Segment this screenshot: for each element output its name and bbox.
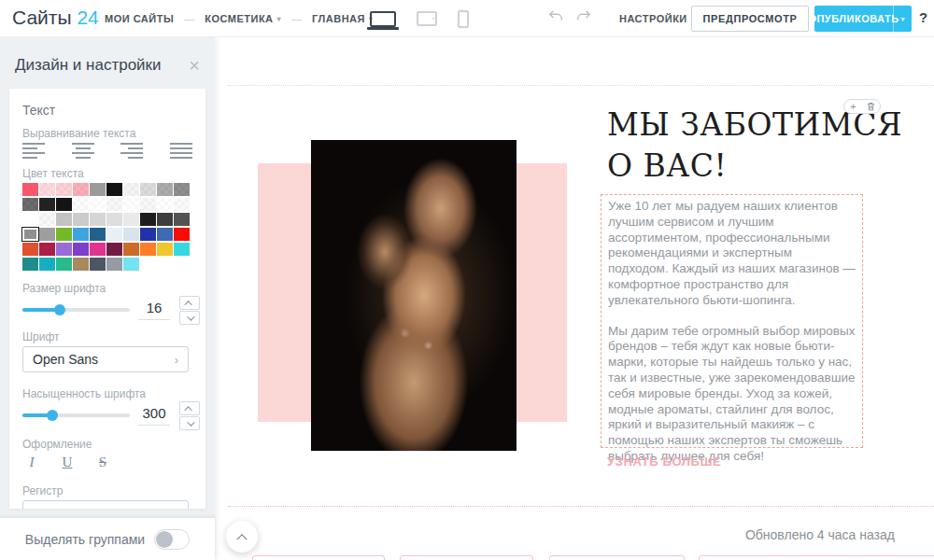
color-swatch[interactable] — [22, 243, 38, 256]
color-swatch[interactable] — [174, 183, 190, 196]
color-swatch[interactable] — [56, 183, 72, 196]
color-swatch[interactable] — [157, 213, 173, 226]
nav-item-my-sites[interactable]: МОИ САЙТЫ — [105, 13, 174, 24]
color-swatch[interactable] — [39, 243, 55, 256]
color-swatch[interactable] — [39, 198, 55, 211]
color-swatch[interactable] — [90, 198, 106, 211]
publish-button[interactable]: ОПУБЛИКОВАТЬ ▾ — [814, 6, 912, 32]
settings-menu[interactable]: НАСТРОЙКИ▾ — [619, 0, 696, 37]
font-size-slider[interactable] — [22, 308, 130, 312]
color-swatch[interactable] — [106, 243, 122, 256]
color-swatch[interactable] — [123, 228, 139, 241]
trash-icon[interactable] — [862, 102, 880, 111]
font-weight-value[interactable]: 300 — [138, 405, 170, 426]
stepper-up-button[interactable] — [179, 296, 200, 310]
color-swatch[interactable] — [73, 183, 89, 196]
color-swatch[interactable] — [140, 228, 156, 241]
color-swatch[interactable] — [56, 213, 72, 226]
color-swatch[interactable] — [39, 228, 55, 241]
underline-icon[interactable]: U — [60, 455, 75, 470]
color-swatch[interactable] — [174, 213, 190, 226]
font-weight-slider[interactable] — [22, 413, 130, 417]
learn-more-link[interactable]: УЗНАТЬ БОЛЬШЕ — [607, 455, 721, 469]
color-swatch[interactable] — [90, 228, 106, 241]
color-swatch[interactable] — [123, 183, 139, 196]
nav-item-page[interactable]: ГЛАВНАЯ▾ — [312, 13, 373, 24]
stepper-down-button[interactable] — [179, 416, 200, 430]
color-swatch[interactable] — [56, 258, 72, 271]
next-section-card[interactable] — [699, 555, 934, 560]
color-swatch[interactable] — [106, 198, 122, 211]
color-swatch[interactable] — [157, 228, 173, 241]
color-swatch[interactable] — [90, 183, 106, 196]
font-weight-slider-thumb[interactable] — [47, 410, 58, 421]
color-swatch[interactable] — [123, 198, 139, 211]
color-swatch[interactable] — [174, 243, 190, 256]
device-tablet-icon[interactable] — [417, 11, 437, 26]
nav-item-site[interactable]: КОСМЕТИКА▾ — [205, 13, 281, 24]
color-swatch[interactable] — [22, 183, 38, 196]
hero-photo[interactable] — [311, 140, 517, 451]
next-section-card[interactable] — [549, 555, 685, 560]
color-swatch[interactable] — [56, 228, 72, 241]
color-swatch[interactable] — [123, 258, 139, 271]
color-swatch[interactable] — [140, 213, 156, 226]
hero-heading[interactable]: МЫ ЗАБОТИМСЯ О ВАС! — [607, 105, 934, 187]
hero-text-block[interactable]: Уже 10 лет мы радуем наших клиентов лучш… — [601, 194, 863, 448]
color-swatch[interactable] — [140, 183, 156, 196]
color-swatch[interactable] — [106, 213, 122, 226]
font-size-slider-thumb[interactable] — [54, 304, 65, 315]
align-center-icon[interactable] — [72, 143, 94, 159]
color-swatch[interactable] — [73, 258, 89, 271]
preview-button[interactable]: ПРЕДПРОСМОТР — [691, 6, 809, 32]
color-swatch[interactable] — [140, 243, 156, 256]
italic-icon[interactable]: I — [24, 455, 39, 470]
publish-dropdown-button[interactable]: ▾ — [893, 6, 912, 32]
color-swatch[interactable] — [73, 213, 89, 226]
color-swatch[interactable] — [174, 228, 190, 241]
undo-icon[interactable] — [547, 9, 564, 24]
color-swatch[interactable] — [106, 258, 122, 271]
group-toggle[interactable] — [154, 529, 190, 550]
align-right-icon[interactable] — [120, 143, 143, 159]
color-swatch[interactable] — [106, 228, 122, 241]
font-select[interactable]: Open Sans › — [22, 346, 189, 372]
add-block-icon[interactable]: + — [844, 100, 862, 113]
strikethrough-icon[interactable]: S — [95, 455, 110, 470]
device-desktop-icon[interactable] — [370, 11, 396, 27]
stepper-up-button[interactable] — [179, 401, 200, 415]
color-swatch[interactable] — [90, 243, 106, 256]
color-swatch[interactable] — [73, 198, 89, 211]
color-swatch[interactable] — [39, 213, 55, 226]
color-swatch[interactable] — [90, 213, 106, 226]
color-swatch[interactable] — [22, 258, 38, 271]
next-section-card[interactable] — [400, 555, 533, 560]
app-logo[interactable]: Сайты 24 — [12, 7, 99, 29]
color-swatch[interactable] — [22, 198, 38, 211]
align-justify-icon[interactable] — [170, 143, 192, 159]
register-select[interactable] — [22, 500, 189, 509]
help-icon[interactable]: ? — [919, 9, 927, 25]
color-swatch[interactable] — [123, 213, 139, 226]
color-swatch[interactable] — [39, 183, 55, 196]
align-left-icon[interactable] — [22, 143, 45, 159]
color-swatch[interactable] — [106, 183, 122, 196]
color-swatch[interactable] — [73, 243, 89, 256]
color-swatch[interactable] — [39, 258, 55, 271]
color-swatch[interactable] — [22, 228, 38, 241]
color-swatch[interactable] — [174, 198, 190, 211]
color-swatch[interactable] — [22, 213, 38, 226]
scroll-top-button[interactable] — [226, 521, 258, 553]
next-section-card[interactable] — [252, 555, 385, 560]
color-swatch[interactable] — [157, 243, 173, 256]
color-swatch[interactable] — [157, 198, 173, 211]
color-swatch[interactable] — [140, 198, 156, 211]
redo-icon[interactable] — [575, 9, 592, 24]
color-swatch[interactable] — [56, 198, 72, 211]
color-swatch[interactable] — [90, 258, 106, 271]
color-swatch[interactable] — [123, 243, 139, 256]
color-swatch[interactable] — [157, 183, 173, 196]
device-phone-icon[interactable] — [458, 10, 469, 28]
stepper-down-button[interactable] — [179, 311, 200, 325]
font-size-value[interactable]: 16 — [138, 300, 170, 320]
